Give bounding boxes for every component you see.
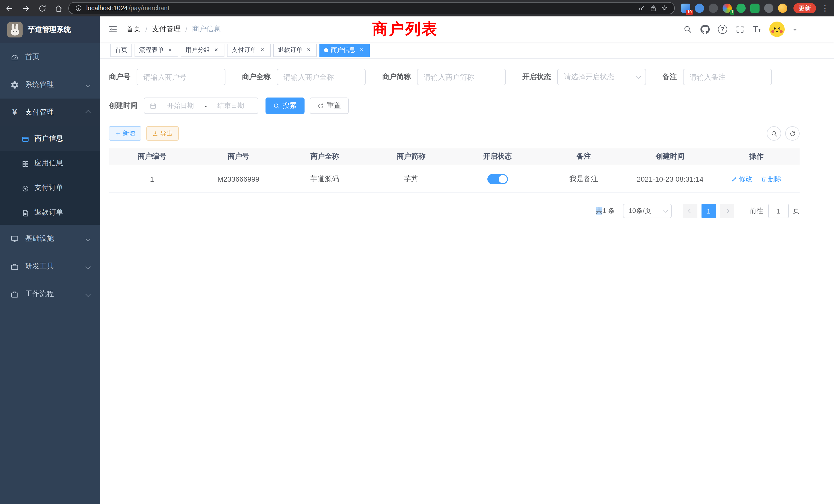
toggle-search-button[interactable]: [767, 126, 781, 141]
monitor-icon: [10, 234, 19, 243]
password-key-icon[interactable]: [638, 5, 645, 12]
status-toggle[interactable]: [487, 174, 508, 184]
credit-card-icon: [22, 135, 29, 142]
add-button[interactable]: 新增: [109, 126, 141, 141]
chevron-down-icon: [636, 74, 641, 79]
reset-button[interactable]: 重置: [310, 97, 349, 114]
plus-icon: [115, 131, 121, 136]
fullscreen-icon[interactable]: [736, 25, 745, 34]
close-icon[interactable]: ×: [213, 46, 220, 54]
close-icon[interactable]: ×: [167, 46, 174, 54]
extension-icon[interactable]: 1: [723, 4, 732, 13]
user-dropdown-caret-icon[interactable]: [793, 29, 797, 33]
export-button[interactable]: 导出: [146, 126, 179, 141]
chevron-down-icon: [86, 292, 91, 297]
sidebar-item-app-info[interactable]: 应用信息: [0, 151, 100, 176]
sidebar-item-system[interactable]: 系统管理: [0, 71, 100, 98]
delete-link[interactable]: 删除: [761, 174, 782, 183]
sidebar-item-home[interactable]: 首页: [0, 43, 100, 71]
reload-icon[interactable]: [38, 4, 47, 13]
close-icon[interactable]: ×: [259, 46, 266, 54]
goto-page-input[interactable]: [768, 204, 789, 218]
create-time-range-picker[interactable]: 开始日期 - 结束日期: [144, 97, 258, 114]
merchant-no-input[interactable]: [137, 69, 225, 85]
help-icon[interactable]: ?: [718, 25, 727, 34]
sidebar-item-label: 首页: [25, 52, 40, 62]
hamburger-icon[interactable]: [108, 24, 118, 35]
refresh-table-button[interactable]: [785, 126, 799, 141]
chevron-down-icon: [663, 208, 668, 213]
next-page-button[interactable]: [720, 204, 734, 218]
chevron-right-icon: [725, 209, 729, 213]
extension-icon[interactable]: 10: [681, 4, 690, 13]
page-content: 商户号 商户全称 商户简称 开启状态 请选择开启状态: [100, 59, 834, 504]
tab-refund-orders[interactable]: 退款订单×: [273, 43, 317, 57]
browser-update-button[interactable]: 更新: [793, 3, 816, 13]
sidebar-item-merchant-info[interactable]: 商户信息: [0, 126, 100, 151]
extension-icon[interactable]: [737, 4, 746, 13]
merchant-shortname-input[interactable]: [417, 69, 506, 85]
page-size-select[interactable]: 10条/页: [623, 204, 672, 218]
screen: localhost:1024 /pay/merchant 10 1 更新 ⋮: [0, 0, 834, 504]
extension-icon[interactable]: [695, 4, 704, 13]
app-logo: 芋道管理系统: [0, 17, 100, 43]
sidebar-item-dev-tools[interactable]: 研发工具: [0, 253, 100, 280]
cell-remark: 我是备注: [541, 174, 627, 183]
back-icon[interactable]: [5, 4, 14, 13]
extension-icon[interactable]: [750, 4, 760, 13]
close-icon[interactable]: ×: [358, 46, 365, 54]
browser-profile-avatar[interactable]: [778, 4, 787, 13]
user-avatar[interactable]: [769, 22, 785, 37]
tab-process-form[interactable]: 流程表单×: [135, 43, 178, 57]
column-header: 操作: [713, 152, 799, 161]
sidebar-item-pay-orders[interactable]: 支付订单: [0, 176, 100, 200]
browser-menu-icon[interactable]: ⋮: [821, 4, 829, 13]
site-info-icon[interactable]: [75, 5, 82, 12]
share-icon[interactable]: [650, 5, 657, 12]
breadcrumb-separator: /: [145, 25, 147, 33]
trash-icon: [761, 176, 767, 182]
page-1-button[interactable]: 1: [702, 204, 716, 218]
search-icon: [771, 130, 777, 137]
breadcrumb-home[interactable]: 首页: [126, 25, 141, 34]
search-button[interactable]: 搜索: [265, 97, 305, 114]
page-suffix: 页: [793, 206, 799, 215]
breadcrumb-current: 商户信息: [192, 25, 221, 34]
font-size-icon[interactable]: TT: [753, 25, 761, 33]
table-header: 商户编号 商户号 商户全称 商户简称 开启状态 备注 创建时间 操作: [109, 148, 799, 165]
github-icon[interactable]: [701, 25, 710, 34]
logo-image: [7, 22, 23, 38]
sidebar-item-workflow[interactable]: 工作流程: [0, 280, 100, 308]
refresh-icon: [317, 102, 324, 109]
status-select[interactable]: 请选择开启状态: [557, 69, 646, 85]
cell-merchant-no: M233666999: [195, 175, 281, 183]
forward-icon[interactable]: [22, 4, 30, 13]
remark-label: 备注: [662, 72, 683, 82]
sidebar-item-label: 支付管理: [25, 108, 54, 117]
close-icon[interactable]: ×: [305, 46, 312, 54]
column-header: 开启状态: [454, 152, 541, 161]
breadcrumb-payment[interactable]: 支付管理: [152, 25, 181, 34]
home-icon[interactable]: [54, 4, 63, 13]
address-bar[interactable]: localhost:1024 /pay/merchant: [68, 2, 675, 14]
cell-merchant-fullname: 芋道源码: [282, 174, 368, 183]
tab-pay-orders[interactable]: 支付订单×: [227, 43, 271, 57]
tab-merchant-info[interactable]: 商户信息×: [320, 43, 370, 57]
sidebar-item-refund-orders[interactable]: 退款订单: [0, 200, 100, 225]
merchant-fullname-input[interactable]: [277, 69, 366, 85]
pagination: 共1 条 10条/页 1 前往 页: [109, 204, 799, 218]
pin-extension-icon[interactable]: [764, 4, 773, 13]
prev-page-button[interactable]: [683, 204, 697, 218]
sidebar-item-payment[interactable]: ¥ 支付管理: [0, 98, 100, 126]
search-icon[interactable]: [683, 25, 692, 34]
goto-label: 前往: [750, 206, 763, 215]
tab-home[interactable]: 首页: [110, 43, 132, 57]
sidebar-item-infrastructure[interactable]: 基础设施: [0, 225, 100, 253]
edit-link[interactable]: 修改: [731, 174, 752, 183]
document-icon: [22, 209, 29, 216]
bookmark-star-icon[interactable]: [661, 5, 668, 12]
column-header: 商户号: [195, 152, 281, 161]
extension-icon[interactable]: [709, 4, 718, 13]
tab-user-group[interactable]: 用户分组×: [181, 43, 224, 57]
remark-input[interactable]: [683, 69, 772, 85]
